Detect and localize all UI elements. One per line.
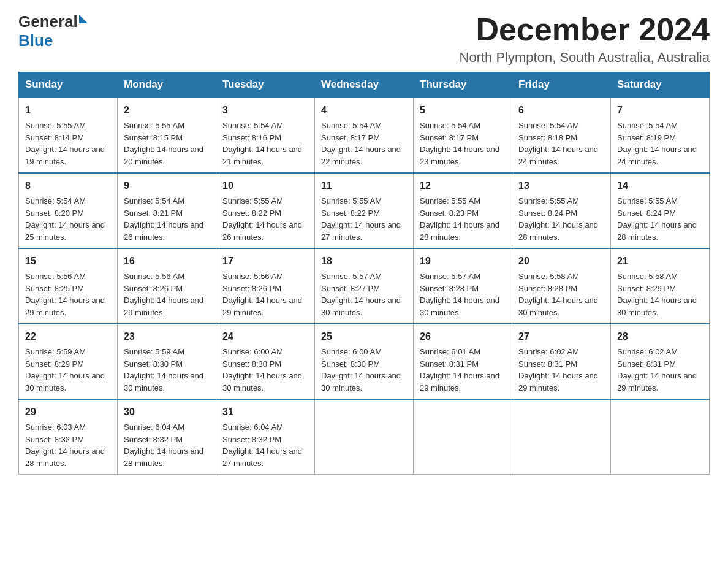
day-sunset: Sunset: 8:22 PM xyxy=(321,209,380,218)
day-sunset: Sunset: 8:14 PM xyxy=(25,133,84,142)
day-daylight: Daylight: 14 hours and 26 minutes. xyxy=(124,220,203,242)
day-sunrise: Sunrise: 5:54 AM xyxy=(124,196,184,205)
day-number: 30 xyxy=(124,405,210,419)
day-number: 6 xyxy=(518,103,604,118)
header-wednesday: Wednesday xyxy=(315,72,414,98)
table-row: 1 Sunrise: 5:55 AM Sunset: 8:14 PM Dayli… xyxy=(19,98,118,173)
day-sunrise: Sunrise: 6:02 AM xyxy=(518,347,579,356)
day-sunrise: Sunrise: 5:57 AM xyxy=(420,272,480,281)
day-sunset: Sunset: 8:15 PM xyxy=(124,133,183,142)
logo-blue-text: Blue xyxy=(18,31,53,50)
day-daylight: Daylight: 14 hours and 29 minutes. xyxy=(617,371,697,393)
table-row xyxy=(414,399,512,475)
table-row: 12 Sunrise: 5:55 AM Sunset: 8:23 PM Dayl… xyxy=(414,173,512,248)
day-number: 17 xyxy=(222,254,308,269)
table-row: 3 Sunrise: 5:54 AM Sunset: 8:16 PM Dayli… xyxy=(216,98,315,173)
day-sunset: Sunset: 8:18 PM xyxy=(518,133,577,142)
day-number: 1 xyxy=(25,103,111,118)
day-number: 28 xyxy=(617,329,703,344)
table-row: 22 Sunrise: 5:59 AM Sunset: 8:29 PM Dayl… xyxy=(19,324,118,399)
day-sunset: Sunset: 8:17 PM xyxy=(321,133,380,142)
day-sunrise: Sunrise: 6:04 AM xyxy=(222,423,283,432)
header-sunday: Sunday xyxy=(19,72,118,98)
day-sunset: Sunset: 8:29 PM xyxy=(25,359,84,369)
day-sunrise: Sunrise: 6:01 AM xyxy=(420,347,480,356)
day-daylight: Daylight: 14 hours and 28 minutes. xyxy=(124,446,203,468)
day-sunset: Sunset: 8:31 PM xyxy=(518,359,577,369)
day-sunset: Sunset: 8:20 PM xyxy=(25,209,84,218)
weekday-header-row: Sunday Monday Tuesday Wednesday Thursday… xyxy=(19,72,710,98)
day-daylight: Daylight: 14 hours and 24 minutes. xyxy=(518,145,598,166)
day-sunset: Sunset: 8:19 PM xyxy=(617,133,676,142)
day-number: 23 xyxy=(124,329,210,344)
day-sunrise: Sunrise: 5:58 AM xyxy=(617,272,678,281)
day-sunrise: Sunrise: 5:55 AM xyxy=(420,196,480,205)
day-number: 22 xyxy=(25,329,111,344)
day-sunrise: Sunrise: 5:54 AM xyxy=(222,121,283,130)
day-number: 12 xyxy=(420,178,506,193)
day-number: 29 xyxy=(25,405,111,419)
table-row xyxy=(512,399,611,475)
month-title: December 2024 xyxy=(460,12,710,47)
day-daylight: Daylight: 14 hours and 22 minutes. xyxy=(321,145,401,166)
table-row xyxy=(611,399,710,475)
day-sunrise: Sunrise: 5:55 AM xyxy=(25,121,86,130)
day-sunrise: Sunrise: 5:54 AM xyxy=(518,121,579,130)
table-row: 13 Sunrise: 5:55 AM Sunset: 8:24 PM Dayl… xyxy=(512,173,611,248)
day-sunset: Sunset: 8:32 PM xyxy=(25,435,84,444)
day-sunrise: Sunrise: 5:55 AM xyxy=(617,196,678,205)
day-number: 14 xyxy=(617,178,703,193)
header-saturday: Saturday xyxy=(611,72,710,98)
day-sunrise: Sunrise: 5:59 AM xyxy=(124,347,184,356)
day-number: 5 xyxy=(420,103,506,118)
day-daylight: Daylight: 14 hours and 29 minutes. xyxy=(222,296,302,317)
table-row: 23 Sunrise: 5:59 AM Sunset: 8:30 PM Dayl… xyxy=(118,324,216,399)
week-row-5: 29 Sunrise: 6:03 AM Sunset: 8:32 PM Dayl… xyxy=(19,399,710,475)
day-sunrise: Sunrise: 6:00 AM xyxy=(321,347,382,356)
day-number: 11 xyxy=(321,178,407,193)
table-row: 5 Sunrise: 5:54 AM Sunset: 8:17 PM Dayli… xyxy=(414,98,512,173)
logo: General Blue xyxy=(18,12,88,50)
day-sunset: Sunset: 8:22 PM xyxy=(222,209,281,218)
day-daylight: Daylight: 14 hours and 27 minutes. xyxy=(222,446,302,468)
day-daylight: Daylight: 14 hours and 27 minutes. xyxy=(321,220,401,242)
location-subtitle: North Plympton, South Australia, Austral… xyxy=(460,50,710,66)
logo-triangle-icon xyxy=(79,15,88,23)
day-number: 27 xyxy=(518,329,604,344)
day-daylight: Daylight: 14 hours and 30 minutes. xyxy=(222,371,302,393)
day-sunset: Sunset: 8:28 PM xyxy=(518,284,577,293)
table-row: 24 Sunrise: 6:00 AM Sunset: 8:30 PM Dayl… xyxy=(216,324,315,399)
day-sunset: Sunset: 8:25 PM xyxy=(25,284,84,293)
day-daylight: Daylight: 14 hours and 23 minutes. xyxy=(420,145,499,166)
day-daylight: Daylight: 14 hours and 25 minutes. xyxy=(25,220,105,242)
day-sunrise: Sunrise: 5:55 AM xyxy=(518,196,579,205)
day-daylight: Daylight: 14 hours and 30 minutes. xyxy=(321,296,401,317)
day-sunset: Sunset: 8:31 PM xyxy=(617,359,676,369)
day-sunset: Sunset: 8:31 PM xyxy=(420,359,479,369)
day-sunrise: Sunrise: 5:55 AM xyxy=(124,121,184,130)
table-row: 9 Sunrise: 5:54 AM Sunset: 8:21 PM Dayli… xyxy=(118,173,216,248)
day-number: 10 xyxy=(222,178,308,193)
day-daylight: Daylight: 14 hours and 24 minutes. xyxy=(617,145,697,166)
table-row: 27 Sunrise: 6:02 AM Sunset: 8:31 PM Dayl… xyxy=(512,324,611,399)
table-row: 15 Sunrise: 5:56 AM Sunset: 8:25 PM Dayl… xyxy=(19,248,118,324)
day-daylight: Daylight: 14 hours and 19 minutes. xyxy=(25,145,105,166)
table-row: 10 Sunrise: 5:55 AM Sunset: 8:22 PM Dayl… xyxy=(216,173,315,248)
day-daylight: Daylight: 14 hours and 30 minutes. xyxy=(321,371,401,393)
day-number: 9 xyxy=(124,178,210,193)
day-sunset: Sunset: 8:17 PM xyxy=(420,133,479,142)
day-daylight: Daylight: 14 hours and 28 minutes. xyxy=(420,220,499,242)
table-row: 28 Sunrise: 6:02 AM Sunset: 8:31 PM Dayl… xyxy=(611,324,710,399)
day-sunrise: Sunrise: 5:59 AM xyxy=(25,347,86,356)
day-sunset: Sunset: 8:32 PM xyxy=(124,435,183,444)
day-sunset: Sunset: 8:21 PM xyxy=(124,209,183,218)
table-row: 16 Sunrise: 5:56 AM Sunset: 8:26 PM Dayl… xyxy=(118,248,216,324)
table-row: 26 Sunrise: 6:01 AM Sunset: 8:31 PM Dayl… xyxy=(414,324,512,399)
table-row: 17 Sunrise: 5:56 AM Sunset: 8:26 PM Dayl… xyxy=(216,248,315,324)
table-row: 29 Sunrise: 6:03 AM Sunset: 8:32 PM Dayl… xyxy=(19,399,118,475)
day-number: 13 xyxy=(518,178,604,193)
day-sunset: Sunset: 8:23 PM xyxy=(420,209,479,218)
table-row: 19 Sunrise: 5:57 AM Sunset: 8:28 PM Dayl… xyxy=(414,248,512,324)
day-sunrise: Sunrise: 5:54 AM xyxy=(25,196,86,205)
day-number: 3 xyxy=(222,103,308,118)
